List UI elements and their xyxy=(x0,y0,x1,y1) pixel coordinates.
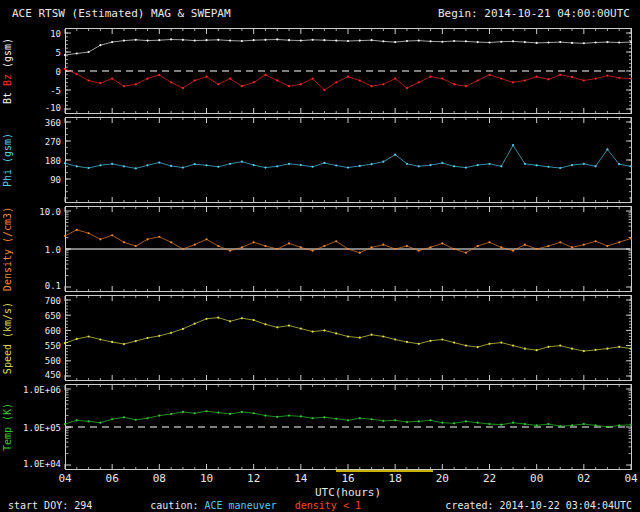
y-axis-title: Density (/cm3) xyxy=(2,207,13,291)
y-tick-label: 1.0E+05 xyxy=(23,423,61,433)
y-tick-label: 10.0 xyxy=(39,207,61,217)
x-axis-title: UTC(hours) xyxy=(315,486,381,499)
y-tick-label: -10 xyxy=(45,103,61,113)
x-axis-labels: 04060810121416182022000204 xyxy=(0,470,640,486)
y-tick-label: 10 xyxy=(50,29,61,39)
speed-chart: Speed (km/s)700650600550500450 xyxy=(0,295,640,381)
created-timestamp: created: 2014-10-22 03:04:04UTC xyxy=(445,500,632,511)
y-tick-label: 1.0 xyxy=(45,245,61,255)
y-axis-title: Bt Bz (gsm) xyxy=(2,38,13,104)
x-tick-label: 14 xyxy=(291,472,311,485)
temp-chart: Temp (K)1.0E+061.0E+051.0E+04 xyxy=(0,384,640,470)
x-tick-label: 10 xyxy=(197,472,217,485)
y-tick-label: 650 xyxy=(45,311,61,321)
y-axis-title: Phi (gsm) xyxy=(2,133,13,187)
y-tick-label: 0 xyxy=(56,67,61,77)
x-tick-label: 08 xyxy=(149,472,169,485)
panel-btbz: Bt Bz (gsm)1050-5-10 xyxy=(0,28,640,114)
start-doy: start DOY: 294 xyxy=(8,500,92,511)
y-tick-label: 450 xyxy=(45,370,61,380)
x-tick-label: 06 xyxy=(102,472,122,485)
density-chart: Density (/cm3)10.01.00.1 xyxy=(0,206,640,292)
x-tick-label: 20 xyxy=(432,472,452,485)
y-tick-label: 500 xyxy=(45,356,61,366)
y-tick-label: 360 xyxy=(45,118,61,128)
panel-speed: Speed (km/s)700650600550500450 xyxy=(0,295,640,381)
btbz-chart: Bt Bz (gsm)1050-5-10 xyxy=(0,28,640,114)
x-tick-label: 02 xyxy=(574,472,594,485)
maneuver-indicator-bar xyxy=(336,470,433,472)
x-tick-label: 04 xyxy=(55,472,75,485)
y-tick-label: 1.0E+04 xyxy=(23,459,61,469)
y-axis: 700650600550500450 xyxy=(45,296,631,380)
x-tick-label: 18 xyxy=(385,472,405,485)
panel-density: Density (/cm3)10.01.00.1 xyxy=(0,206,640,292)
density-note: density < 1 xyxy=(295,500,361,511)
y-axis-title: Temp (K) xyxy=(2,403,13,451)
panel-temp: Temp (K)1.0E+061.0E+051.0E+04 xyxy=(0,384,640,470)
x-tick-label: 16 xyxy=(338,472,358,485)
y-tick-label: 180 xyxy=(45,156,61,166)
series-Speed xyxy=(64,317,632,353)
y-tick-label: 0.1 xyxy=(45,281,61,291)
x-axis-ticks xyxy=(65,118,631,202)
y-axis: 36027018090 xyxy=(45,118,631,198)
y-tick-label: 700 xyxy=(45,296,61,306)
plot-border xyxy=(66,296,632,381)
y-tick-label: 5 xyxy=(56,48,61,58)
series-Density xyxy=(64,229,632,254)
x-axis-ticks xyxy=(65,296,631,380)
series-Temp xyxy=(64,410,632,428)
plot-border xyxy=(66,118,632,203)
y-tick-label: 600 xyxy=(45,326,61,336)
y-tick-label: 90 xyxy=(50,175,61,185)
phi-chart: Phi (gsm)36027018090 xyxy=(0,117,640,203)
x-tick-label: 12 xyxy=(244,472,264,485)
header: ACE RTSW (Estimated) MAG & SWEPAM Begin:… xyxy=(0,0,640,28)
caution-label: caution: xyxy=(150,500,198,511)
x-tick-label: 04 xyxy=(621,472,640,485)
footer: start DOY: 294 caution: ACE maneuver den… xyxy=(0,499,640,512)
panel-phi: Phi (gsm)36027018090 xyxy=(0,117,640,203)
chart-title: ACE RTSW (Estimated) MAG & SWEPAM xyxy=(12,7,231,20)
x-tick-label: 00 xyxy=(527,472,547,485)
series-Phi xyxy=(64,144,632,169)
series-Bt xyxy=(64,38,632,56)
y-axis-title: Speed (km/s) xyxy=(2,302,13,374)
y-tick-label: -5 xyxy=(50,86,61,96)
caution-group: caution: ACE maneuver xyxy=(150,500,276,511)
x-tick-label: 22 xyxy=(480,472,500,485)
begin-timestamp: Begin: 2014-10-21 04:00:00UTC xyxy=(438,7,630,20)
y-tick-label: 550 xyxy=(45,341,61,351)
caution-text: ACE maneuver xyxy=(205,500,277,511)
y-tick-label: 270 xyxy=(45,137,61,147)
plot-panels: Bt Bz (gsm)1050-5-10 Phi (gsm)3602701809… xyxy=(0,28,640,470)
y-tick-label: 1.0E+06 xyxy=(23,385,61,395)
x-axis-title-row: UTC(hours) xyxy=(0,486,640,499)
